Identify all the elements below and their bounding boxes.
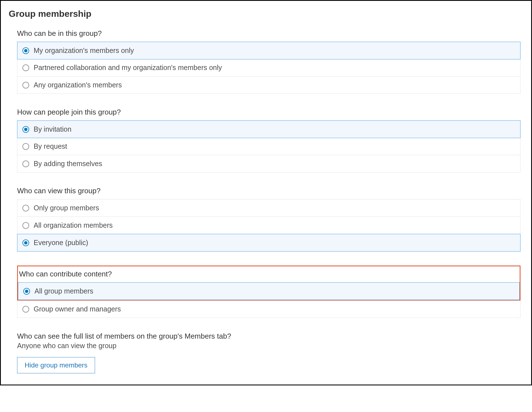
radio-group-join: By invitation By request By adding thems… <box>17 120 521 173</box>
section-membership: Who can be in this group? My organizatio… <box>17 29 521 94</box>
section-join: How can people join this group? By invit… <box>17 108 521 173</box>
radio-label: Everyone (public) <box>34 239 88 247</box>
radio-view-everyone[interactable]: Everyone (public) <box>17 234 521 252</box>
radio-group-contribute-rest: Group owner and managers <box>17 301 521 318</box>
radio-join-request[interactable]: By request <box>17 138 520 155</box>
radio-label: All organization members <box>34 221 113 229</box>
radio-icon <box>22 126 29 133</box>
radio-group-membership: My organization's members only Partnered… <box>17 42 521 94</box>
section-heading-view: Who can view this group? <box>17 187 521 195</box>
group-membership-panel: Group membership Who can be in this grou… <box>0 0 532 385</box>
radio-view-org-members[interactable]: All organization members <box>17 217 520 234</box>
radio-label: Group owner and managers <box>34 305 121 313</box>
section-heading-members: Who can see the full list of members on … <box>17 332 521 341</box>
radio-icon <box>22 64 29 71</box>
radio-label: By adding themselves <box>34 160 102 168</box>
radio-icon <box>22 143 29 150</box>
section-heading-membership: Who can be in this group? <box>17 29 521 38</box>
radio-label: Partnered collaboration and my organizat… <box>34 64 222 72</box>
radio-icon <box>22 160 29 167</box>
radio-icon <box>22 47 29 54</box>
section-view: Who can view this group? Only group memb… <box>17 187 521 252</box>
hide-group-members-button[interactable]: Hide group members <box>17 357 95 373</box>
members-visibility-value: Anyone who can view the group <box>17 342 521 350</box>
radio-membership-org-only[interactable]: My organization's members only <box>17 42 521 59</box>
radio-icon <box>22 82 29 89</box>
radio-icon <box>22 205 29 211</box>
section-heading-join: How can people join this group? <box>17 108 521 117</box>
radio-label: Any organization's members <box>34 81 122 89</box>
radio-icon <box>22 239 29 246</box>
radio-join-invitation[interactable]: By invitation <box>17 120 521 138</box>
radio-label: By invitation <box>34 125 71 133</box>
radio-group-view: Only group members All organization memb… <box>17 199 521 252</box>
radio-group-contribute: All group members <box>18 282 520 300</box>
radio-label: By request <box>34 142 67 150</box>
radio-icon <box>23 288 30 295</box>
section-members-visibility: Who can see the full list of members on … <box>17 332 521 373</box>
radio-label: Only group members <box>34 204 99 212</box>
radio-membership-partnered[interactable]: Partnered collaboration and my organizat… <box>17 59 520 76</box>
panel-title: Group membership <box>9 9 523 19</box>
radio-membership-any-org[interactable]: Any organization's members <box>17 76 520 94</box>
radio-label: My organization's members only <box>34 46 134 55</box>
radio-icon <box>22 222 29 229</box>
section-heading-contribute: Who can contribute content? <box>19 270 520 278</box>
radio-join-self[interactable]: By adding themselves <box>17 155 520 172</box>
section-contribute-highlight: Who can contribute content? All group me… <box>17 266 521 301</box>
radio-icon <box>22 306 29 313</box>
radio-contribute-all[interactable]: All group members <box>18 282 520 300</box>
radio-label: All group members <box>34 287 93 295</box>
radio-contribute-owner-managers[interactable]: Group owner and managers <box>17 301 520 318</box>
radio-view-group-members[interactable]: Only group members <box>17 199 520 217</box>
